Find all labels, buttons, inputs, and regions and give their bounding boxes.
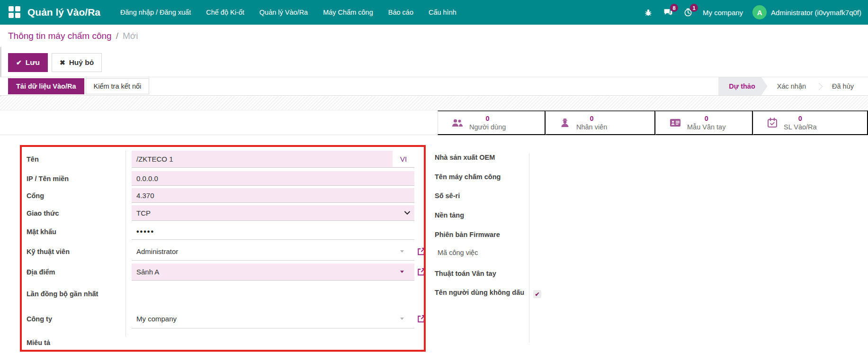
company-label: Công ty: [27, 315, 132, 323]
name-value: /ZKTECO 1: [136, 155, 173, 163]
description-label: Miêu tả: [27, 338, 132, 347]
app-window: Quản lý Vào/Ra Đăng nhập / Đăng xuất Chế…: [0, 0, 868, 355]
form-row-port: Cổng 4.370: [27, 188, 414, 203]
nav-item-che-do-kiot[interactable]: Chế độ Ki-ốt: [198, 0, 252, 25]
stat-employees-count: 0: [576, 115, 607, 123]
technician-m2o-input[interactable]: Administrator: [132, 243, 414, 261]
statusbar: Tải dữ liệu Vào/Ra Kiểm tra kết nối Dự t…: [0, 77, 868, 96]
nav-item-quan-ly-vao-ra[interactable]: Quản lý Vào/Ra: [252, 0, 315, 25]
stat-users-button[interactable]: 0Người dùng: [438, 110, 546, 135]
internal-link-icon[interactable]: [417, 267, 426, 276]
ip-label: IP / Tên miền: [27, 174, 132, 183]
device-name-label: Tên máy chấm công: [435, 172, 528, 182]
firmware-version-label: Phiên bản Firmware: [435, 230, 528, 239]
stat-employees-button[interactable]: 0Nhân viên: [546, 110, 655, 135]
status-steps: Dự thảo Xác nhận Đã hủy: [718, 77, 868, 95]
description-input[interactable]: [132, 336, 414, 349]
download-inout-data-button[interactable]: Tải dữ liệu Vào/Ra: [8, 78, 84, 94]
apps-grid-icon[interactable]: [9, 6, 21, 18]
nav-item-cau-hinh[interactable]: Cấu hình: [421, 0, 464, 25]
save-button[interactable]: ✔ Lưu: [8, 53, 48, 72]
form-row-protocol: Giao thức TCP: [27, 205, 414, 221]
form-row-name: Tên /ZKTECO 1 VI: [27, 151, 414, 168]
password-label: Mật khẩu: [27, 228, 132, 236]
status-step-xac-nhan[interactable]: Xác nhận: [768, 77, 815, 95]
protocol-label: Giao thức: [27, 209, 132, 218]
activities-clock-icon[interactable]: 1: [683, 7, 693, 18]
m2o-caret-icon[interactable]: [400, 250, 404, 253]
m2o-caret-icon[interactable]: [400, 318, 404, 320]
protocol-value: TCP: [136, 209, 151, 217]
ip-value: 0.0.0.0: [136, 174, 158, 182]
right-column-separator: [529, 153, 529, 343]
top-navbar: Quản lý Vào/Ra Đăng nhập / Đăng xuất Chế…: [0, 0, 868, 25]
breadcrumb-current: Mới: [123, 31, 138, 41]
form-row-technician: Kỹ thuật viên Administrator: [27, 243, 414, 261]
step-chevron-icon: [815, 82, 823, 90]
technician-label: Kỹ thuật viên: [27, 247, 132, 256]
user-avatar: A: [752, 5, 767, 19]
status-step-da-huy[interactable]: Đã hủy: [823, 77, 868, 95]
debug-bug-icon[interactable]: [643, 7, 653, 18]
breadcrumb: Thông tin máy chấm công / Mới: [0, 25, 868, 47]
user-menu[interactable]: A Administrator (i0vymafk7q0f): [752, 5, 861, 19]
ip-input[interactable]: 0.0.0.0: [132, 171, 414, 186]
breadcrumb-separator: /: [116, 31, 118, 41]
location-m2o-input[interactable]: Sảnh A: [132, 264, 414, 281]
form-row-last-sync: Lần đồng bộ gần nhất: [27, 286, 414, 302]
oem-vendor-label: Nhà sản xuất OEM: [435, 153, 528, 162]
form-row-location: Địa điểm Sảnh A: [27, 264, 414, 281]
password-input[interactable]: •••••: [132, 224, 414, 240]
app-brand[interactable]: Quản lý Vào/Ra: [27, 7, 100, 18]
stat-inout-count: 0: [784, 115, 817, 123]
status-step-du-thao[interactable]: Dự thảo: [718, 77, 768, 95]
cross-icon: ✖: [60, 59, 65, 66]
nav-item-bao-cao[interactable]: Báo cáo: [381, 0, 421, 25]
nav-item-may-cham-cong[interactable]: Máy Chấm công: [315, 0, 381, 25]
stat-employees-label: Nhân viên: [576, 123, 607, 131]
nav-item-dang-nhap-dang-xuat[interactable]: Đăng nhập / Đăng xuất: [113, 0, 198, 25]
calendar-check-icon: [767, 117, 778, 128]
sheet-hatch-band: [0, 96, 868, 110]
internal-link-icon[interactable]: [417, 314, 426, 323]
internal-link-icon[interactable]: [417, 247, 426, 256]
test-connection-button[interactable]: Kiểm tra kết nối: [86, 78, 150, 94]
fingerprint-algorithm-label: Thuật toán Vân tay: [435, 269, 528, 278]
name-label: Tên: [27, 155, 132, 164]
stat-inout-count-button[interactable]: 0SL Vào/Ra: [753, 110, 868, 135]
form-row-description: Miêu tả: [27, 336, 414, 349]
location-label: Địa điểm: [27, 268, 132, 276]
save-button-label: Lưu: [26, 58, 40, 67]
form-row-company: Công ty My company: [27, 309, 414, 328]
form-row-ip: IP / Tên miền 0.0.0.0: [27, 171, 414, 186]
form-sheet: Tên /ZKTECO 1 VI IP / Tên miền 0.0.0.0 C…: [0, 135, 868, 355]
password-value: •••••: [136, 228, 154, 236]
fingerprint-card-icon: [669, 117, 681, 128]
user-name: Administrator (i0vymafk7q0f): [771, 9, 861, 17]
name-input[interactable]: /ZKTECO 1 VI: [132, 151, 414, 168]
port-value: 4.370: [136, 191, 154, 200]
serial-number-label: Số sê-ri: [435, 191, 528, 200]
chevron-down-icon: [404, 210, 411, 215]
record-action-bar: ✔ Lưu ✖ Huỷ bỏ: [0, 51, 868, 74]
breadcrumb-parent-link[interactable]: Thông tin máy chấm công: [8, 31, 112, 41]
employee-icon: [559, 117, 571, 128]
stat-inout-label: SL Vào/Ra: [784, 123, 817, 131]
stat-fingerprint-templates-button[interactable]: 0Mẫu Vân tay: [655, 110, 753, 135]
company-m2o-input[interactable]: My company: [132, 309, 414, 328]
users-icon: [451, 117, 464, 128]
unsigned-username-checkbox[interactable]: ✔: [533, 290, 541, 298]
discard-button[interactable]: ✖ Huỷ bỏ: [52, 53, 102, 72]
technician-value: Administrator: [136, 247, 178, 255]
messages-count-badge: 8: [670, 4, 678, 12]
stat-fingerprint-label: Mẫu Vân tay: [687, 123, 725, 131]
messages-icon[interactable]: 8: [663, 7, 673, 18]
work-code-label: Mã công việc: [435, 248, 528, 257]
port-input[interactable]: 4.370: [132, 188, 414, 203]
activities-count-badge: 1: [690, 4, 698, 12]
m2o-caret-icon[interactable]: [400, 271, 404, 273]
translate-lang-badge[interactable]: VI: [393, 151, 414, 167]
protocol-select[interactable]: TCP: [132, 205, 414, 221]
check-icon: ✔: [16, 59, 22, 66]
company-switcher[interactable]: My company: [703, 9, 743, 17]
